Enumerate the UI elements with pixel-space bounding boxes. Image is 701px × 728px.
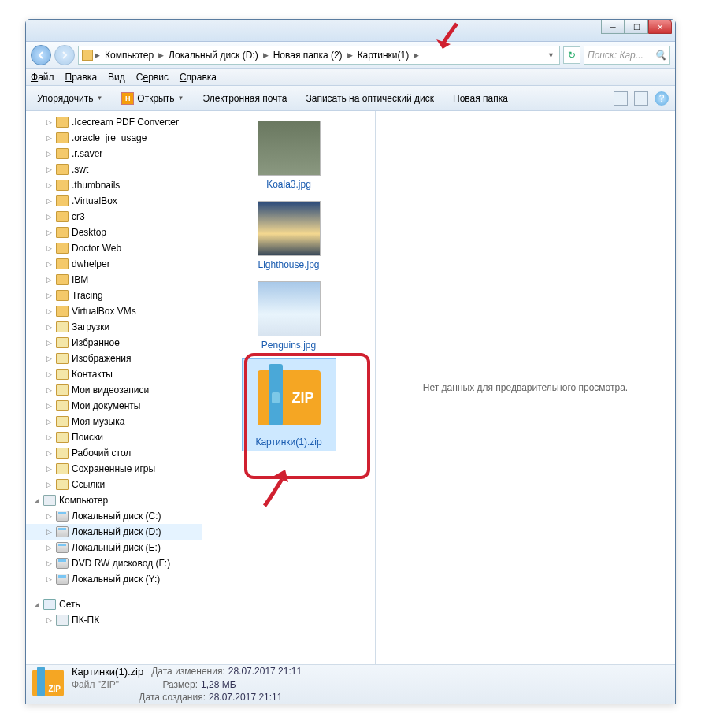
breadcrumb-folder[interactable]: Новая папка (2) — [270, 50, 346, 61]
expand-icon[interactable]: ▷ — [45, 292, 53, 299]
close-button[interactable]: ✕ — [648, 20, 672, 34]
menu-service[interactable]: Сервис — [136, 72, 169, 83]
expand-icon[interactable]: ▷ — [45, 355, 53, 362]
preview-pane-button[interactable] — [634, 91, 648, 106]
menu-edit[interactable]: Правка — [65, 72, 98, 83]
tree-folder[interactable]: ▷Ссылки — [26, 477, 202, 492]
tree-label: .oracle_jre_usage — [72, 132, 147, 143]
expand-icon[interactable]: ▷ — [45, 197, 53, 205]
expand-icon[interactable]: ▷ — [45, 465, 53, 473]
menu-help[interactable]: Справка — [180, 72, 217, 83]
tree-folder[interactable]: ▷IBM — [26, 272, 202, 288]
expand-icon[interactable]: ▷ — [45, 449, 53, 457]
newfolder-button[interactable]: Новая папка — [448, 91, 513, 106]
expand-icon[interactable]: ▷ — [45, 118, 53, 126]
tree-folder[interactable]: ▷.oracle_jre_usage — [26, 130, 202, 146]
back-button[interactable] — [31, 45, 51, 65]
expand-icon[interactable]: ▷ — [45, 134, 53, 142]
file-item[interactable]: Penguins.jpg — [242, 278, 336, 354]
menu-file[interactable]: Файл — [31, 72, 54, 83]
tree-folder[interactable]: ▷.thumbnails — [26, 177, 202, 193]
tree-network-node[interactable]: ▷ПК-ПК — [26, 612, 202, 628]
tree-folder[interactable]: ▷Сохраненные игры — [26, 461, 202, 477]
view-mode-button[interactable] — [614, 91, 628, 106]
organize-button[interactable]: Упорядочить ▼ — [32, 91, 107, 106]
expand-icon[interactable]: ▷ — [45, 307, 53, 315]
breadcrumb-computer[interactable]: Компьютер — [102, 50, 157, 61]
expand-icon[interactable]: ▷ — [45, 481, 53, 488]
file-item[interactable]: Lighthouse.jpg — [242, 198, 336, 273]
tree-folder[interactable]: ▷dwhelper — [26, 256, 202, 272]
tree-drive[interactable]: ▷Локальный диск (E:) — [26, 540, 202, 555]
file-item[interactable]: Koala3.jpg — [242, 117, 336, 193]
collapse-icon[interactable]: ◢ — [32, 496, 40, 504]
tree-folder[interactable]: ▷Моя музыка — [26, 414, 202, 429]
open-button[interactable]: H Открыть ▼ — [117, 91, 188, 106]
tree-drive[interactable]: ▷Локальный диск (Y:) — [26, 571, 202, 587]
tree-drive[interactable]: ▷DVD RW дисковод (F:) — [26, 555, 202, 571]
tree-folder[interactable]: ▷Desktop — [26, 225, 202, 240]
email-button[interactable]: Электронная почта — [198, 91, 291, 106]
status-filename: Картинки(1).zip — [72, 666, 143, 678]
tree-folder[interactable]: ▷.swt — [26, 162, 202, 177]
tree-folder[interactable]: ▷Мои документы — [26, 398, 202, 414]
chevron-down-icon[interactable]: ▼ — [546, 51, 556, 59]
expand-icon[interactable]: ▷ — [45, 370, 53, 378]
tree-folder[interactable]: ▷Изображения — [26, 351, 202, 366]
expand-icon[interactable]: ▷ — [45, 228, 53, 236]
tree-drive[interactable]: ▷Локальный диск (D:) — [26, 524, 202, 540]
menu-view[interactable]: Вид — [108, 72, 125, 83]
forward-button[interactable] — [54, 45, 75, 65]
expand-icon[interactable]: ▷ — [45, 150, 53, 158]
maximize-button[interactable]: ☐ — [625, 20, 648, 34]
expand-icon[interactable]: ▷ — [45, 433, 53, 441]
expand-icon[interactable]: ▷ — [45, 575, 53, 583]
breadcrumb-disk[interactable]: Локальный диск (D:) — [165, 50, 261, 61]
expand-icon[interactable]: ▷ — [45, 339, 53, 347]
tree-folder[interactable]: ▷.Icecream PDF Converter — [26, 114, 202, 130]
expand-icon[interactable]: ▷ — [45, 528, 53, 536]
expand-icon[interactable]: ▷ — [45, 512, 53, 520]
expand-icon[interactable]: ▷ — [45, 181, 53, 189]
tree-folder[interactable]: ▷Поиски — [26, 429, 202, 445]
expand-icon[interactable]: ▷ — [45, 165, 53, 173]
expand-icon[interactable]: ▷ — [45, 386, 53, 394]
breadcrumb-current[interactable]: Картинки(1) — [354, 50, 413, 61]
tree-folder[interactable]: ▷.VirtualBox — [26, 193, 202, 209]
expand-icon[interactable]: ▷ — [45, 418, 53, 425]
expand-icon[interactable]: ▷ — [45, 616, 53, 624]
refresh-button[interactable]: ↻ — [563, 46, 580, 64]
expand-icon[interactable]: ▷ — [45, 402, 53, 410]
tree-drive[interactable]: ▷Локальный диск (C:) — [26, 508, 202, 524]
collapse-icon[interactable]: ◢ — [32, 600, 40, 608]
minimize-button[interactable]: ─ — [601, 20, 625, 34]
expand-icon[interactable]: ▷ — [45, 260, 53, 268]
folder-icon — [56, 384, 69, 396]
expand-icon[interactable]: ▷ — [45, 323, 53, 331]
help-button[interactable]: ? — [655, 91, 669, 106]
tree-folder[interactable]: ▷VirtualBox VMs — [26, 303, 202, 319]
tree-folder[interactable]: ▷Мои видеозаписи — [26, 382, 202, 398]
address-bar[interactable]: ▶ Компьютер ▶ Локальный диск (D:) ▶ Нова… — [78, 46, 560, 65]
tree-folder[interactable]: ▷Загрузки — [26, 319, 202, 335]
tree-computer[interactable]: ◢Компьютер — [26, 492, 202, 508]
burn-button[interactable]: Записать на оптический диск — [302, 91, 440, 106]
expand-icon[interactable]: ▷ — [45, 559, 53, 567]
tree-folder[interactable]: ▷Tracing — [26, 288, 202, 303]
file-item[interactable]: ZIPКартинки(1).zip — [242, 358, 336, 451]
tree-network[interactable]: ◢Сеть — [26, 596, 202, 612]
expand-icon[interactable]: ▷ — [45, 276, 53, 284]
tree-folder[interactable]: ▷cr3 — [26, 209, 202, 225]
tree-label: .r.saver — [72, 148, 102, 159]
nav-tree[interactable]: ▷.Icecream PDF Converter▷.oracle_jre_usa… — [26, 111, 202, 664]
expand-icon[interactable]: ▷ — [45, 244, 53, 252]
tree-folder[interactable]: ▷Рабочий стол — [26, 445, 202, 461]
tree-folder[interactable]: ▷Doctor Web — [26, 240, 202, 256]
tree-folder[interactable]: ▷.r.saver — [26, 146, 202, 162]
search-input[interactable]: Поиск: Кар... 🔍 — [584, 46, 670, 65]
file-list[interactable]: Koala3.jpgLighthouse.jpgPenguins.jpgZIPК… — [202, 111, 376, 664]
tree-folder[interactable]: ▷Контакты — [26, 366, 202, 382]
tree-folder[interactable]: ▷Избранное — [26, 335, 202, 351]
expand-icon[interactable]: ▷ — [45, 544, 53, 552]
expand-icon[interactable]: ▷ — [45, 213, 53, 221]
